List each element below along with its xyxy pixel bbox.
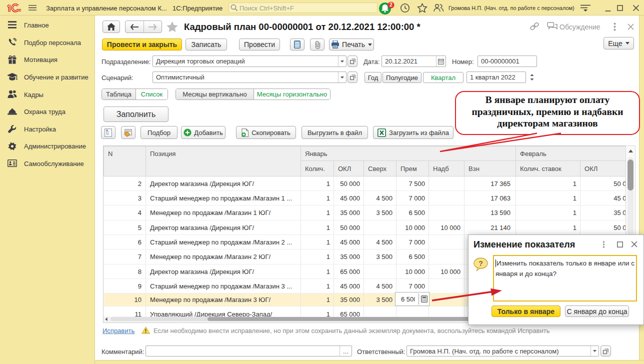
svg-text:?: ? — [478, 260, 483, 268]
svg-text:2: 2 — [390, 2, 392, 8]
